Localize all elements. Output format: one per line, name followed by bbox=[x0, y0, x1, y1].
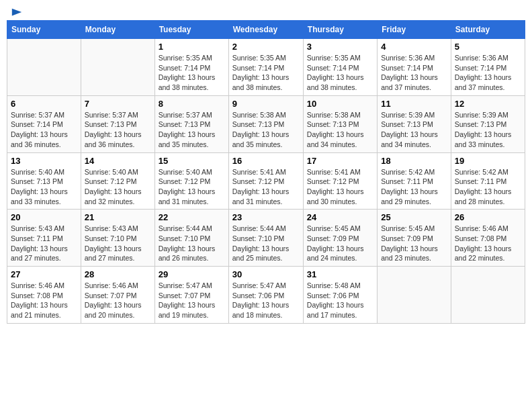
day-info: Sunrise: 5:42 AM Sunset: 7:11 PM Dayligh… bbox=[381, 167, 447, 207]
calendar-cell: 18Sunrise: 5:42 AM Sunset: 7:11 PM Dayli… bbox=[378, 152, 451, 210]
calendar-cell: 11Sunrise: 5:39 AM Sunset: 7:13 PM Dayli… bbox=[378, 95, 451, 152]
day-info: Sunrise: 5:39 AM Sunset: 7:13 PM Dayligh… bbox=[455, 110, 521, 150]
day-number: 14 bbox=[85, 156, 151, 166]
calendar-cell: 19Sunrise: 5:42 AM Sunset: 7:11 PM Dayli… bbox=[451, 152, 525, 210]
day-number: 12 bbox=[455, 99, 521, 109]
calendar-cell: 6Sunrise: 5:37 AM Sunset: 7:14 PM Daylig… bbox=[7, 95, 81, 152]
calendar-cell: 8Sunrise: 5:37 AM Sunset: 7:13 PM Daylig… bbox=[154, 95, 228, 152]
day-info: Sunrise: 5:37 AM Sunset: 7:13 PM Dayligh… bbox=[85, 110, 151, 150]
day-info: Sunrise: 5:42 AM Sunset: 7:11 PM Dayligh… bbox=[455, 167, 521, 207]
calendar-cell: 7Sunrise: 5:37 AM Sunset: 7:13 PM Daylig… bbox=[81, 95, 154, 152]
svg-marker-0 bbox=[12, 9, 21, 16]
day-info: Sunrise: 5:35 AM Sunset: 7:14 PM Dayligh… bbox=[232, 53, 300, 93]
day-number: 20 bbox=[11, 212, 77, 222]
day-of-week-header: Monday bbox=[81, 21, 154, 39]
day-info: Sunrise: 5:41 AM Sunset: 7:12 PM Dayligh… bbox=[307, 167, 373, 207]
day-info: Sunrise: 5:40 AM Sunset: 7:12 PM Dayligh… bbox=[159, 167, 225, 207]
day-number: 18 bbox=[381, 156, 447, 166]
calendar-cell: 21Sunrise: 5:43 AM Sunset: 7:10 PM Dayli… bbox=[81, 210, 154, 267]
calendar-cell: 30Sunrise: 5:47 AM Sunset: 7:06 PM Dayli… bbox=[228, 267, 303, 324]
day-number: 9 bbox=[232, 99, 300, 109]
calendar-cell: 1Sunrise: 5:35 AM Sunset: 7:14 PM Daylig… bbox=[154, 39, 228, 96]
day-info: Sunrise: 5:47 AM Sunset: 7:07 PM Dayligh… bbox=[159, 281, 225, 320]
calendar-week-row: 27Sunrise: 5:46 AM Sunset: 7:08 PM Dayli… bbox=[7, 267, 525, 324]
day-number: 3 bbox=[307, 42, 373, 52]
logo bbox=[9, 7, 23, 15]
calendar-week-row: 20Sunrise: 5:43 AM Sunset: 7:11 PM Dayli… bbox=[7, 210, 525, 267]
day-number: 24 bbox=[307, 212, 373, 222]
calendar-cell: 12Sunrise: 5:39 AM Sunset: 7:13 PM Dayli… bbox=[451, 95, 525, 152]
day-info: Sunrise: 5:35 AM Sunset: 7:14 PM Dayligh… bbox=[307, 53, 373, 93]
day-number: 23 bbox=[232, 212, 300, 222]
day-info: Sunrise: 5:45 AM Sunset: 7:09 PM Dayligh… bbox=[381, 224, 447, 263]
calendar-cell bbox=[81, 39, 154, 96]
day-number: 13 bbox=[11, 156, 77, 166]
day-info: Sunrise: 5:46 AM Sunset: 7:07 PM Dayligh… bbox=[85, 281, 151, 320]
day-of-week-header: Wednesday bbox=[228, 21, 303, 39]
day-number: 2 bbox=[232, 42, 300, 52]
day-info: Sunrise: 5:43 AM Sunset: 7:11 PM Dayligh… bbox=[11, 224, 77, 263]
day-number: 17 bbox=[307, 156, 373, 166]
calendar-cell: 5Sunrise: 5:36 AM Sunset: 7:14 PM Daylig… bbox=[451, 39, 525, 96]
day-info: Sunrise: 5:36 AM Sunset: 7:14 PM Dayligh… bbox=[455, 53, 521, 93]
day-number: 29 bbox=[159, 269, 225, 279]
day-info: Sunrise: 5:48 AM Sunset: 7:06 PM Dayligh… bbox=[307, 281, 373, 320]
day-info: Sunrise: 5:37 AM Sunset: 7:14 PM Dayligh… bbox=[11, 110, 77, 150]
day-of-week-header: Friday bbox=[378, 21, 451, 39]
calendar-cell: 13Sunrise: 5:40 AM Sunset: 7:13 PM Dayli… bbox=[7, 152, 81, 210]
day-of-week-header: Thursday bbox=[303, 21, 377, 39]
day-number: 19 bbox=[455, 156, 521, 166]
calendar-cell: 28Sunrise: 5:46 AM Sunset: 7:07 PM Dayli… bbox=[81, 267, 154, 324]
calendar-cell: 14Sunrise: 5:40 AM Sunset: 7:12 PM Dayli… bbox=[81, 152, 154, 210]
logo-flag-icon bbox=[11, 7, 23, 19]
day-info: Sunrise: 5:36 AM Sunset: 7:14 PM Dayligh… bbox=[381, 53, 447, 93]
day-number: 27 bbox=[11, 269, 77, 279]
day-info: Sunrise: 5:38 AM Sunset: 7:13 PM Dayligh… bbox=[307, 110, 373, 150]
day-number: 11 bbox=[381, 99, 447, 109]
calendar-week-row: 13Sunrise: 5:40 AM Sunset: 7:13 PM Dayli… bbox=[7, 152, 525, 210]
day-info: Sunrise: 5:46 AM Sunset: 7:08 PM Dayligh… bbox=[11, 281, 77, 320]
calendar-cell: 2Sunrise: 5:35 AM Sunset: 7:14 PM Daylig… bbox=[228, 39, 303, 96]
calendar-header-row: SundayMondayTuesdayWednesdayThursdayFrid… bbox=[7, 21, 525, 39]
day-number: 6 bbox=[11, 99, 77, 109]
calendar-week-row: 6Sunrise: 5:37 AM Sunset: 7:14 PM Daylig… bbox=[7, 95, 525, 152]
day-number: 5 bbox=[455, 42, 521, 52]
day-info: Sunrise: 5:35 AM Sunset: 7:14 PM Dayligh… bbox=[159, 53, 225, 93]
day-of-week-header: Tuesday bbox=[154, 21, 228, 39]
calendar-cell: 22Sunrise: 5:44 AM Sunset: 7:10 PM Dayli… bbox=[154, 210, 228, 267]
day-info: Sunrise: 5:43 AM Sunset: 7:10 PM Dayligh… bbox=[85, 224, 151, 263]
day-number: 7 bbox=[85, 99, 151, 109]
calendar-cell: 23Sunrise: 5:44 AM Sunset: 7:10 PM Dayli… bbox=[228, 210, 303, 267]
calendar-cell: 26Sunrise: 5:46 AM Sunset: 7:08 PM Dayli… bbox=[451, 210, 525, 267]
calendar-cell: 10Sunrise: 5:38 AM Sunset: 7:13 PM Dayli… bbox=[303, 95, 377, 152]
calendar-cell: 24Sunrise: 5:45 AM Sunset: 7:09 PM Dayli… bbox=[303, 210, 377, 267]
calendar-week-row: 1Sunrise: 5:35 AM Sunset: 7:14 PM Daylig… bbox=[7, 39, 525, 96]
calendar-cell bbox=[378, 267, 451, 324]
calendar-cell bbox=[7, 39, 81, 96]
day-info: Sunrise: 5:46 AM Sunset: 7:08 PM Dayligh… bbox=[455, 224, 521, 263]
day-number: 16 bbox=[232, 156, 300, 166]
calendar-cell: 29Sunrise: 5:47 AM Sunset: 7:07 PM Dayli… bbox=[154, 267, 228, 324]
day-info: Sunrise: 5:38 AM Sunset: 7:13 PM Dayligh… bbox=[232, 110, 300, 150]
day-number: 22 bbox=[159, 212, 225, 222]
day-number: 26 bbox=[455, 212, 521, 222]
day-info: Sunrise: 5:37 AM Sunset: 7:13 PM Dayligh… bbox=[159, 110, 225, 150]
day-info: Sunrise: 5:45 AM Sunset: 7:09 PM Dayligh… bbox=[307, 224, 373, 263]
calendar-cell bbox=[451, 267, 525, 324]
day-number: 31 bbox=[307, 269, 373, 279]
day-info: Sunrise: 5:40 AM Sunset: 7:13 PM Dayligh… bbox=[11, 167, 77, 207]
calendar-cell: 9Sunrise: 5:38 AM Sunset: 7:13 PM Daylig… bbox=[228, 95, 303, 152]
day-info: Sunrise: 5:40 AM Sunset: 7:12 PM Dayligh… bbox=[85, 167, 151, 207]
day-info: Sunrise: 5:44 AM Sunset: 7:10 PM Dayligh… bbox=[159, 224, 225, 263]
calendar-table: SundayMondayTuesdayWednesdayThursdayFrid… bbox=[7, 20, 525, 324]
calendar-cell: 3Sunrise: 5:35 AM Sunset: 7:14 PM Daylig… bbox=[303, 39, 377, 96]
calendar-cell: 25Sunrise: 5:45 AM Sunset: 7:09 PM Dayli… bbox=[378, 210, 451, 267]
day-number: 8 bbox=[159, 99, 225, 109]
calendar-cell: 16Sunrise: 5:41 AM Sunset: 7:12 PM Dayli… bbox=[228, 152, 303, 210]
day-number: 21 bbox=[85, 212, 151, 222]
calendar-cell: 20Sunrise: 5:43 AM Sunset: 7:11 PM Dayli… bbox=[7, 210, 81, 267]
day-info: Sunrise: 5:41 AM Sunset: 7:12 PM Dayligh… bbox=[232, 167, 300, 207]
day-info: Sunrise: 5:44 AM Sunset: 7:10 PM Dayligh… bbox=[232, 224, 300, 263]
day-number: 4 bbox=[381, 42, 447, 52]
day-number: 30 bbox=[232, 269, 300, 279]
